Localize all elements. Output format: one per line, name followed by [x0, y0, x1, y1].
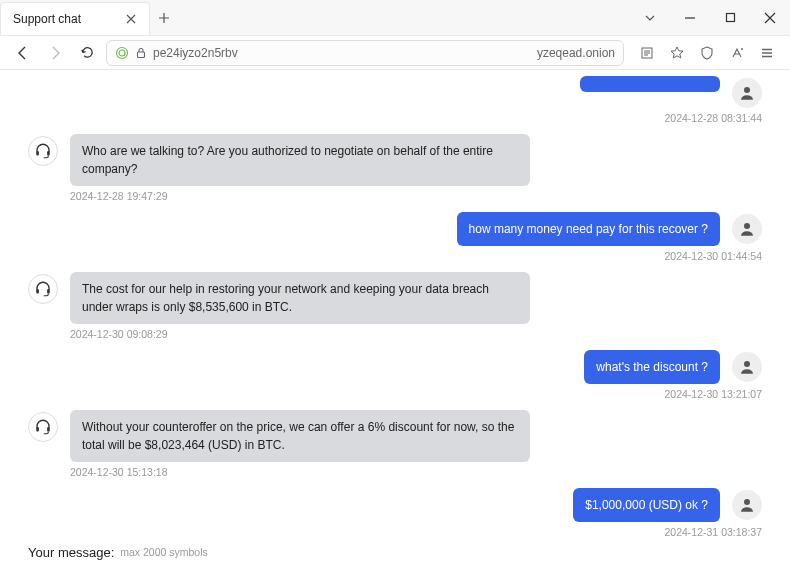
forward-button[interactable] [42, 40, 68, 66]
new-tab-button[interactable] [150, 0, 178, 35]
shield-icon[interactable] [694, 40, 720, 66]
bookmark-icon[interactable] [664, 40, 690, 66]
tor-icon [115, 46, 129, 60]
svg-point-1 [117, 47, 128, 58]
message-hint: max 2000 symbols [120, 546, 208, 558]
svg-rect-3 [138, 52, 145, 58]
extensions-icon[interactable] [724, 40, 750, 66]
svg-rect-8 [47, 151, 50, 156]
timestamp: 2024-12-30 09:08:29 [70, 328, 762, 340]
url-text-suffix: yzeqead.onion [533, 46, 615, 60]
agent-message-row: Without your counteroffer on the price, … [28, 410, 762, 462]
user-message-row: what's the discount ? [28, 350, 762, 384]
dropdown-icon[interactable] [630, 0, 670, 35]
agent-message-row: Who are we talking to? Are you authorize… [28, 134, 762, 186]
back-button[interactable] [10, 40, 36, 66]
address-bar[interactable]: pe24iyzo2n5rbv yzeqead.onion [106, 40, 624, 66]
maximize-button[interactable] [710, 0, 750, 35]
headset-icon [28, 274, 58, 304]
close-window-button[interactable] [750, 0, 790, 35]
headset-icon [28, 412, 58, 442]
person-icon [732, 352, 762, 382]
svg-point-2 [119, 50, 125, 56]
svg-rect-11 [47, 289, 50, 294]
tab-title: Support chat [13, 12, 115, 26]
svg-point-9 [744, 223, 750, 229]
message-bubble: Who are we talking to? Are you authorize… [70, 134, 530, 186]
lock-icon [135, 47, 147, 59]
browser-tab[interactable]: Support chat [0, 2, 150, 35]
svg-point-15 [744, 499, 750, 505]
title-bar: Support chat [0, 0, 790, 36]
user-message-row: $1,000,000 (USD) ok ? [28, 488, 762, 522]
message-input-area[interactable]: Your message: max 2000 symbols [0, 542, 790, 562]
timestamp: 2024-12-28 19:47:29 [70, 190, 762, 202]
close-tab-icon[interactable] [125, 13, 137, 25]
message-label: Your message: [28, 545, 114, 560]
svg-rect-7 [36, 151, 39, 156]
timestamp: 2024-12-31 03:18:37 [28, 526, 762, 538]
minimize-button[interactable] [670, 0, 710, 35]
url-text-prefix: pe24iyzo2n5rbv [153, 46, 238, 60]
message-bubble: The cost for our help in restoring your … [70, 272, 530, 324]
svg-rect-14 [47, 427, 50, 432]
reader-icon[interactable] [634, 40, 660, 66]
message-bubble [580, 76, 720, 92]
window-controls [630, 0, 790, 35]
timestamp: 2024-12-30 15:13:18 [70, 466, 762, 478]
svg-point-12 [744, 361, 750, 367]
svg-rect-13 [36, 427, 39, 432]
timestamp: 2024-12-28 08:31:44 [28, 112, 762, 124]
message-bubble: how many money need pay for this recover… [457, 212, 720, 246]
person-icon [732, 214, 762, 244]
headset-icon [28, 136, 58, 166]
user-message-row: how many money need pay for this recover… [28, 212, 762, 246]
timestamp: 2024-12-30 01:44:54 [28, 250, 762, 262]
agent-message-row: The cost for our help in restoring your … [28, 272, 762, 324]
person-icon [732, 490, 762, 520]
timestamp: 2024-12-30 13:21:07 [28, 388, 762, 400]
svg-point-5 [741, 48, 743, 50]
user-message-row [28, 76, 762, 108]
message-bubble: $1,000,000 (USD) ok ? [573, 488, 720, 522]
person-icon [732, 78, 762, 108]
url-mask [257, 41, 363, 65]
svg-rect-10 [36, 289, 39, 294]
message-bubble: Without your counteroffer on the price, … [70, 410, 530, 462]
svg-point-6 [744, 87, 750, 93]
menu-button[interactable] [754, 40, 780, 66]
message-bubble: what's the discount ? [584, 350, 720, 384]
reload-button[interactable] [74, 40, 100, 66]
browser-toolbar: pe24iyzo2n5rbv yzeqead.onion [0, 36, 790, 70]
chat-content[interactable]: 2024-12-28 08:31:44Who are we talking to… [0, 70, 790, 542]
svg-rect-0 [726, 14, 734, 22]
